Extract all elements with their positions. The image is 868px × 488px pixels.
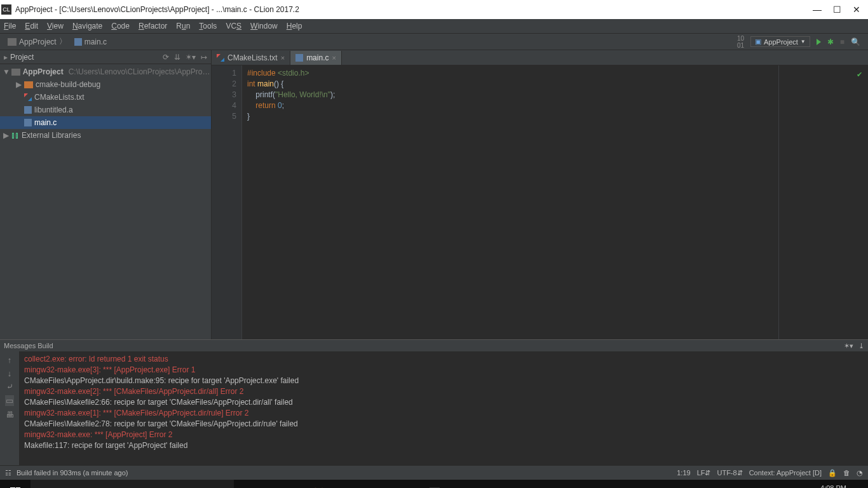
project-header-label: Project [10,53,34,62]
notify-icon[interactable]: ◔ [857,469,863,477]
taskbar-clock[interactable]: 4:08 PM 21-Jul-17 [817,484,846,488]
soft-wrap-icon[interactable]: ⤶ [6,382,13,391]
settings-icon[interactable]: ✶▾ [186,53,196,62]
tree-root-label: AppProject [23,67,64,76]
stop-button[interactable]: ■ [840,37,844,46]
collapse-icon[interactable]: ⇊ [174,53,180,62]
folder-icon [24,81,33,88]
project-header: ▸ Project ⟳ ⇊ ✶▾ ↦ [0,50,211,64]
status-icon[interactable]: ☷ [5,469,11,477]
chrome-icon[interactable]: ◉ [393,480,418,488]
menu-edit[interactable]: Edit [25,22,38,30]
explorer-icon[interactable]: 📁 [305,480,330,488]
down-icon[interactable]: ↓ [8,369,12,378]
tab-cmakelists[interactable]: CMakeLists.txt × [212,51,290,65]
messages-header-label: Messages Build [4,342,53,349]
sync-icon[interactable]: ⟳ [163,53,169,62]
project-tree[interactable]: ▼ AppProject C:\Users\Lenovo\CLionProjec… [0,64,211,339]
code-editor[interactable]: 12345 #include <stdio.h>int main() { pri… [212,65,868,339]
windows-taskbar: ◯ Type here to search 🎤 ⧉ e 📁 🛍 ✉ ◉ CL 1… [0,480,868,488]
tree-item-cmakelists[interactable]: CMakeLists.txt [0,91,211,104]
navigation-bar: AppProject〉 main.c 1001 ▣ AppProject ▼ ✱… [0,33,868,50]
print-icon[interactable]: 🖶 [6,410,14,419]
app-icon: CL [1,4,11,15]
run-config-label: AppProject [764,38,798,46]
gear-icon[interactable]: ✶▾ [844,342,853,350]
tree-root-path: C:\Users\Lenovo\CLionProjects\AppProject [69,67,211,76]
close-tab-icon[interactable]: × [332,54,336,62]
trash-icon[interactable]: 🗑 [843,469,850,477]
hide-icon[interactable]: ↦ [201,53,207,62]
editor-area: CMakeLists.txt × main.c × 12345 #include… [212,50,868,339]
editor-right-margin [779,65,868,339]
status-line-sep[interactable]: LF⇵ [697,469,711,477]
messages-header: Messages Build ✶▾ ⤓ [0,340,868,351]
folder-icon [11,69,20,76]
search-everywhere-icon[interactable]: 🔍 [851,37,860,46]
menu-view[interactable]: View [47,22,64,30]
line-gutter: 12345 [212,65,242,339]
menu-tools[interactable]: Tools [199,22,217,30]
maximize-button[interactable]: ☐ [833,4,841,15]
messages-toolbar: ↑ ↓ ⤶ ▭ 🖶 [0,351,19,465]
file-icon [24,106,32,114]
binary-icon[interactable]: 1001 [737,35,744,49]
tree-item-cmake-build-debug[interactable]: ▶ cmake-build-debug [0,78,211,91]
lock-icon[interactable]: 🔒 [828,469,837,477]
menu-navigate[interactable]: Navigate [72,22,102,30]
task-view-icon[interactable]: ⧉ [247,480,272,488]
c-file-icon [24,119,32,126]
status-bar: ☷ Build failed in 903ms (a minute ago) 1… [0,465,868,480]
menu-vcs[interactable]: VCS [226,22,241,30]
breadcrumb-project-label: AppProject [19,37,57,46]
menu-bar: File Edit View Navigate Code Refactor Ru… [0,19,868,33]
inspection-ok-icon [857,69,864,77]
tree-item-main-c[interactable]: main.c [0,116,211,129]
up-icon[interactable]: ↑ [8,355,12,365]
window-titlebar: CL AppProject - [C:\Users\Lenovo\CLionPr… [0,0,868,19]
menu-window[interactable]: Window [250,22,278,30]
breadcrumb-project[interactable]: AppProject〉 [4,35,71,48]
menu-file[interactable]: File [4,22,16,30]
cmake-icon [24,93,32,101]
status-encoding[interactable]: UTF-8⇵ [717,469,742,477]
close-button[interactable]: ✕ [853,4,860,15]
status-position[interactable]: 1:19 [677,469,690,477]
tree-root[interactable]: ▼ AppProject C:\Users\Lenovo\CLionProjec… [0,65,211,78]
code-content[interactable]: #include <stdio.h>int main() { printf("H… [242,65,779,339]
breadcrumb-file-label: main.c [85,37,107,46]
clion-taskbar-icon[interactable]: CL [422,480,447,488]
store-icon[interactable]: 🛍 [334,480,360,488]
run-config-selector[interactable]: ▣ AppProject ▼ [750,36,810,47]
cmake-icon [217,54,224,62]
tree-external-libraries[interactable]: ▶⫿⫿ External Libraries [0,129,211,142]
close-tab-icon[interactable]: × [281,54,285,62]
editor-tabs: CMakeLists.txt × main.c × [212,50,868,65]
debug-button[interactable]: ✱ [827,37,834,46]
project-tool-window: ▸ Project ⟳ ⇊ ✶▾ ↦ ▼ AppProject C:\Users… [0,50,212,339]
breadcrumb-file[interactable]: main.c [71,36,111,48]
library-icon: ⫿⫿ [11,131,19,140]
mail-icon[interactable]: ✉ [363,480,389,488]
download-icon[interactable]: ⤓ [858,342,864,350]
taskbar-search[interactable]: ◯ Type here to search 🎤 [31,480,234,488]
minimize-button[interactable]: — [813,4,822,15]
folder-icon [8,38,17,46]
c-file-icon [295,54,303,62]
edge-icon[interactable]: e [276,480,301,488]
menu-code[interactable]: Code [111,22,130,30]
run-button[interactable] [817,39,821,45]
messages-tool-window: Messages Build ✶▾ ⤓ ↑ ↓ ⤶ ▭ 🖶 collect2.e… [0,339,868,465]
status-context[interactable]: Context: AppProject [D] [749,469,822,477]
c-file-icon [74,38,82,46]
window-title: AppProject - [C:\Users\Lenovo\CLionProje… [15,5,299,14]
menu-help[interactable]: Help [287,22,302,30]
messages-output[interactable]: collect2.exe: error: ld returned 1 exit … [19,351,868,465]
tree-item-libuntitled[interactable]: libuntitled.a [0,104,211,116]
status-build-message: Build failed in 903ms (a minute ago) [17,469,128,477]
menu-run[interactable]: Run [176,22,190,30]
menu-refactor[interactable]: Refactor [139,22,167,30]
tab-main-c[interactable]: main.c × [290,51,342,65]
scroll-to-end-icon[interactable]: ▭ [5,395,14,406]
